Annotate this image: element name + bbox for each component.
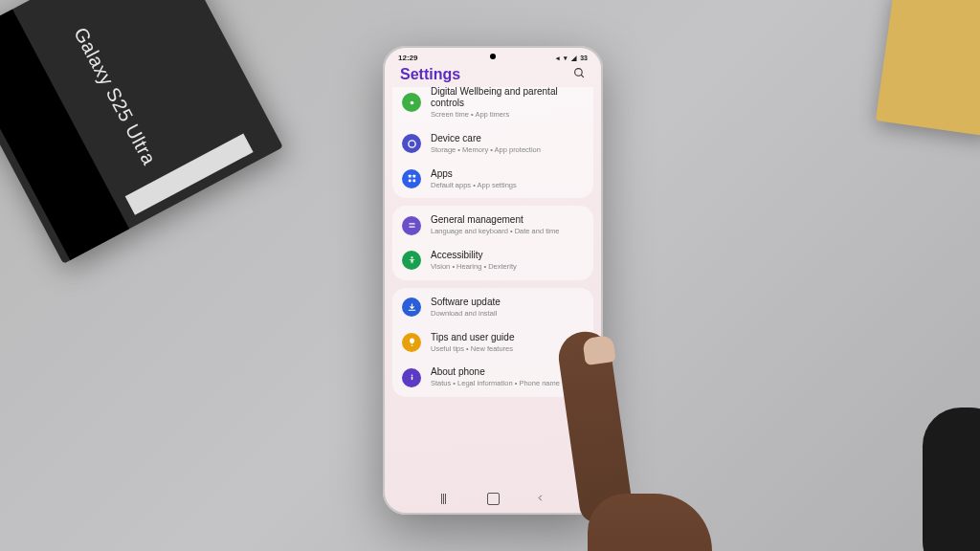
accessibility-icon: [402, 251, 421, 270]
page-title: Settings: [400, 66, 460, 83]
row-wellbeing[interactable]: Digital Wellbeing and parental controls …: [392, 87, 593, 126]
row-title: Accessibility: [431, 250, 584, 261]
row-accessibility[interactable]: Accessibility Vision • Hearing • Dexteri…: [392, 243, 593, 278]
svg-rect-5: [412, 175, 415, 178]
signal-icon: ◢: [571, 55, 576, 62]
row-title: Device care: [431, 133, 584, 144]
row-software-update[interactable]: Software update Download and install: [392, 290, 593, 325]
product-box: Galaxy S25 Ultra: [0, 0, 283, 264]
status-time: 12:29: [398, 54, 417, 62]
status-right: ◂ ▾ ◢ 33: [555, 55, 588, 62]
row-sub: Download and install: [431, 309, 584, 319]
nav-home-button[interactable]: [487, 493, 500, 505]
battery-level: 33: [580, 55, 588, 61]
svg-point-10: [411, 256, 412, 258]
nav-recents-button[interactable]: [441, 494, 452, 504]
row-title: General management: [431, 214, 584, 226]
settings-card: Digital Wellbeing and parental controls …: [392, 87, 593, 198]
row-sub: Storage • Memory • App protection: [431, 145, 584, 155]
row-sub: Default apps • App settings: [431, 181, 584, 190]
wellbeing-icon: [402, 93, 421, 112]
device-care-icon: [402, 134, 421, 153]
dark-prop: [923, 408, 980, 551]
svg-rect-8: [409, 223, 414, 224]
row-device-care[interactable]: Device care Storage • Memory • App prote…: [392, 126, 593, 162]
tips-icon: [402, 333, 421, 352]
svg-point-2: [410, 101, 413, 105]
software-update-icon: [402, 298, 421, 317]
yellow-block-prop: [876, 0, 980, 137]
apps-icon: [402, 169, 421, 188]
location-icon: ◂: [556, 55, 560, 62]
svg-line-1: [581, 75, 584, 77]
general-icon: [402, 216, 421, 235]
app-header: Settings: [385, 64, 601, 87]
row-title: Software update: [431, 297, 584, 308]
svg-point-11: [411, 375, 412, 377]
camera-hole: [490, 54, 496, 59]
nav-back-button[interactable]: [535, 490, 546, 507]
wifi-icon: ▾: [564, 55, 568, 62]
svg-point-3: [408, 140, 414, 146]
svg-rect-12: [411, 377, 412, 381]
svg-rect-9: [409, 227, 414, 228]
hand: [559, 331, 712, 551]
svg-point-0: [575, 69, 583, 77]
row-sub: Vision • Hearing • Dexterity: [431, 262, 584, 272]
about-icon: [402, 368, 421, 387]
svg-rect-6: [408, 180, 411, 183]
row-sub: Screen time • App timers: [431, 110, 584, 120]
row-title: Digital Wellbeing and parental controls: [431, 87, 584, 109]
settings-card: General management Language and keyboard…: [392, 206, 593, 280]
row-general-management[interactable]: General management Language and keyboard…: [392, 208, 593, 243]
row-apps[interactable]: Apps Default apps • App settings: [392, 162, 593, 197]
row-sub: Language and keyboard • Date and time: [431, 227, 584, 236]
search-button[interactable]: [573, 66, 586, 83]
row-title: Apps: [431, 168, 584, 180]
svg-rect-4: [408, 175, 411, 178]
svg-rect-7: [412, 180, 415, 183]
